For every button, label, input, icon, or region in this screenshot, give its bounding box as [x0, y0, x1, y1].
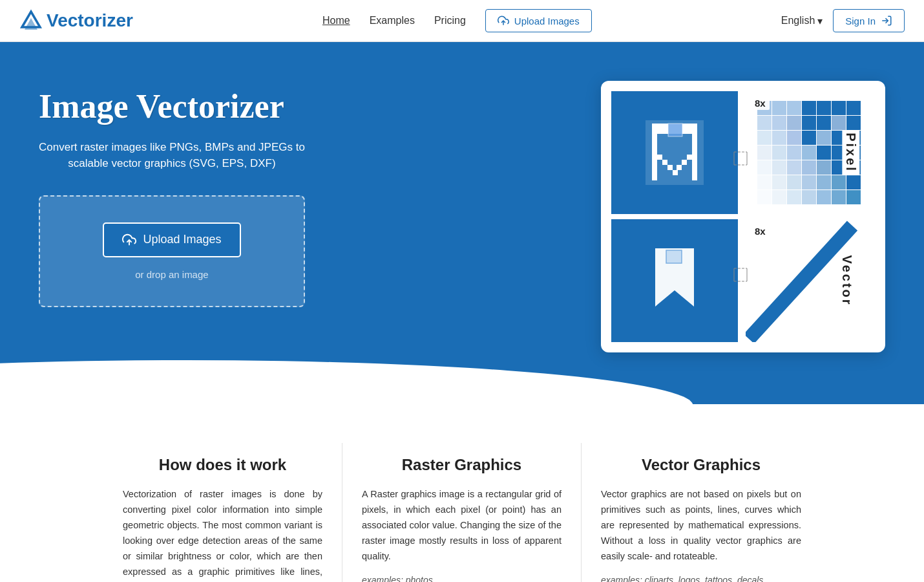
logo[interactable]: Vectorizer — [19, 9, 133, 32]
svg-rect-19 — [662, 160, 667, 165]
features-section: How does it work Vectorization of raster… — [0, 404, 924, 582]
feature-example-2: examples: cliparts, logos, tattoos, deca… — [601, 575, 801, 582]
feature-text-2: Vector graphics are not based on pixels … — [601, 487, 801, 565]
feature-title-1: Raster Graphics — [362, 456, 562, 474]
signin-icon — [881, 15, 892, 27]
vector-original-cell — [611, 219, 738, 342]
svg-rect-20 — [682, 160, 687, 165]
feature-example-1: examples: photos — [362, 575, 562, 582]
nav-examples[interactable]: Examples — [370, 15, 415, 27]
svg-rect-17 — [657, 155, 662, 160]
feature-text-1: A Raster graphics image is a rectangular… — [362, 487, 562, 565]
svg-rect-22 — [677, 165, 682, 170]
hero-left: Image Vectorizer Convert raster images l… — [39, 74, 305, 307]
svg-rect-11 — [652, 139, 657, 144]
svg-rect-18 — [687, 155, 692, 160]
nav-home[interactable]: Home — [322, 15, 350, 27]
logo-text: Vectorizer — [47, 10, 133, 31]
svg-rect-25 — [666, 250, 682, 263]
logo-icon — [19, 9, 43, 32]
svg-rect-9 — [652, 134, 657, 139]
header: Vectorizer Home Examples Pricing Upload … — [0, 0, 924, 42]
pixel-arrow-svg — [633, 111, 717, 195]
nav-pricing[interactable]: Pricing — [434, 15, 466, 27]
hero-subtitle: Convert raster images like PNGs, BMPs an… — [39, 139, 305, 172]
upload-dropzone[interactable]: Upload Images or drop an image — [39, 195, 305, 307]
feature-card-1: Raster Graphics A Raster graphics image … — [342, 443, 582, 582]
comparison-card: 8x — [601, 81, 885, 352]
main-nav: Home Examples Pricing Upload Images — [322, 9, 592, 32]
upload-icon — [498, 15, 509, 27]
hero-section: Image Vectorizer Convert raster images l… — [0, 42, 924, 404]
upload-main-icon — [122, 233, 136, 247]
pixel-zoom-badge: 8x — [751, 96, 770, 110]
vector-arrow-svg — [633, 239, 717, 323]
vector-zoom-badge: 8x — [751, 224, 770, 238]
svg-line-2 — [26, 12, 31, 21]
pixel-zoom-cell: 8x — [746, 91, 872, 214]
upload-main-button[interactable]: Upload Images — [103, 222, 240, 257]
svg-rect-14 — [692, 144, 697, 149]
hero-title: Image Vectorizer — [39, 87, 305, 126]
svg-rect-24 — [668, 124, 682, 136]
svg-rect-15 — [652, 149, 657, 180]
drop-text: or drop an image — [135, 269, 208, 280]
svg-rect-16 — [692, 149, 697, 180]
feature-title-0: How does it work — [123, 456, 322, 474]
svg-rect-13 — [652, 144, 657, 149]
feature-title-2: Vector Graphics — [601, 456, 801, 474]
vector-zoom-cell: 8x Vector — [746, 219, 872, 342]
feature-card-0: How does it work Vectorization of raster… — [103, 443, 342, 582]
svg-rect-23 — [673, 170, 678, 175]
feature-card-2: Vector Graphics Vector graphics are not … — [582, 443, 821, 582]
pixel-label: Pixel — [843, 130, 860, 175]
svg-rect-21 — [667, 165, 673, 170]
svg-rect-12 — [692, 139, 697, 144]
pixel-original-cell — [611, 91, 738, 214]
signin-button[interactable]: Sign In — [833, 9, 905, 32]
header-right: English ▾ Sign In — [781, 9, 905, 32]
feature-text-0: Vectorization of raster images is done b… — [123, 487, 322, 582]
nav-upload-button[interactable]: Upload Images — [485, 9, 592, 32]
language-selector[interactable]: English ▾ — [781, 15, 823, 27]
vector-label: Vector — [838, 252, 856, 308]
svg-rect-10 — [692, 134, 697, 139]
comparison-grid: 8x — [611, 91, 875, 342]
